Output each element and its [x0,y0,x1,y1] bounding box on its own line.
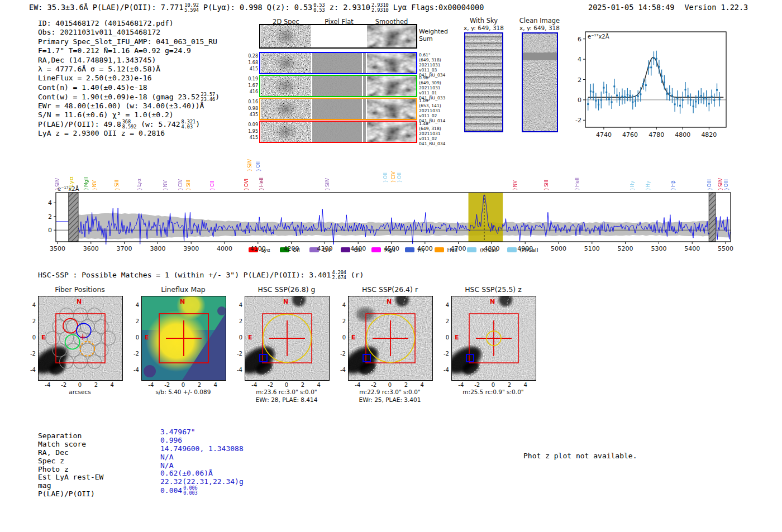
emission-line-label: SiII{ [115,180,120,191]
2d-spec-smudge [261,122,311,142]
legend-label: CIII [354,247,362,253]
svg-text:4780: 4780 [649,131,664,138]
match-label: Spec z [38,457,103,465]
cutout-caption: arcsecs [38,389,122,395]
cutout-ytick: 2 [129,318,139,324]
match-label: Photo z [38,465,103,473]
line-label-brace: { [259,188,264,191]
scale-value: 0.28 [245,53,258,60]
stacked-fraction: 10.925.594 [183,3,199,13]
annotation-line: 20211031 [419,131,452,136]
line-label-brace: { [575,188,580,191]
cutout-ytick: 0 [232,334,242,341]
emission-line-label: OII{ [256,161,261,172]
text-segment: LyA z = 2.9300 OII z = 0.2816 [38,129,165,137]
annotation-line: (649, 318) [419,126,452,131]
cutout-xtick: 2 [504,382,515,388]
cutout-xtick: 0 [74,382,85,388]
legend-label: Lyα [261,247,270,253]
cutout-canvas [349,296,432,380]
annotation-line: 20211031 [419,63,452,68]
smoothed-smudge [367,76,416,96]
line-label-brace: { [186,188,191,191]
cutout-canvas [452,296,536,380]
legend-swatch [249,247,258,252]
legend-label: MgII [384,247,395,253]
legend-swatch [371,247,381,252]
legend-swatch [405,247,414,252]
annotation-line: 1.48" [419,121,452,126]
info-line: EWr = 48.00(±16.00) (w: 34.00(±3.40))Å [38,102,220,111]
info-line: RA,Dec (14.748891,1.343745) [38,56,220,65]
compass-north: N [283,298,288,305]
with-sky-image [464,32,503,132]
line-label-text: Hβ [671,180,676,187]
match-value: 3.47967" [160,428,244,436]
text-segment: Cont(w) = 1.90(±0.09)e-18 (gmag 23.52 [38,93,200,101]
line-label-text: MgII [84,177,89,187]
emission-line-label: Lyα{ [68,176,74,191]
smoothed-smudge [367,53,416,73]
line-label-brace: { [724,188,729,191]
2d-spec-cell [261,25,311,47]
line-label-text: SiII [544,180,549,187]
annotation-line: v011_03 [419,68,452,73]
line-label-text: SiII [115,180,120,187]
cutout-ytick: 4 [439,302,449,308]
cutout-caption2: EWr: 28, PLAE: 8.414 [240,396,333,403]
cutout-xtick: 2 [400,382,412,388]
cutout-ytick: 2 [232,318,242,324]
emission-line-label: OII{ [383,172,388,184]
svg-text:4800: 4800 [675,131,690,138]
cutout-ytick: 0 [336,334,346,341]
line-label-text: HeII [259,178,264,187]
legend-item: OII [280,247,300,253]
annotation-line: v011_01 [419,90,452,95]
compass-east: E [248,334,252,341]
cutout-image-hsc [245,296,330,381]
scale-value: 0.16 [245,99,258,106]
emission-line-label: Hγ{ [630,181,635,191]
line-label-text: SiIV [325,178,330,187]
cutout-xtick: 4 [417,382,428,388]
text-segment: λ = 4777.6Å σ = 5.12(±0.58)Å [38,65,160,73]
text-segment: ) [215,93,220,101]
cutout-xtick: -2 [368,382,379,388]
info-line: Cont(w) = 1.90(±0.09)e-18 (gmag 23.5223.… [38,92,220,101]
svg-text:e⁻¹⁷x2Å: e⁻¹⁷x2Å [58,185,79,192]
line-label-text: Lyα [137,179,142,187]
cutout-ytick: 2 [439,318,449,324]
info-line: Cont(n) = 1.40(±0.45)e-18 [38,83,220,92]
emission-line-label: SiIV{ [718,178,723,191]
svg-text:e⁻¹⁷x2Å: e⁻¹⁷x2Å [588,33,609,40]
scale-value: 415 [245,66,258,73]
line-label-text: NV [163,180,168,187]
line-label-text: OIII [707,179,712,187]
line-label-text: OII [397,172,402,179]
emission-line-label: CII{ [210,181,215,191]
emission-line-label: Lyα{ [137,179,142,191]
match-value: 0.0040.0060.003 [160,486,244,494]
annotation-line: 041_RU_034 [419,141,452,146]
annotation-line: 1.09" [419,98,452,103]
line-label-text: SiIV [55,178,60,187]
noise-texture [312,122,366,142]
match-label: mag [38,481,103,490]
scale-value: 0.19 [245,76,258,83]
2d-spec-cell [261,122,311,142]
line-label-text: NV [513,180,518,187]
text-segment: (r) [346,271,364,279]
clean-image [522,32,558,132]
cutout-ytick: 4 [336,302,346,308]
line-label-text: OIII [724,179,729,187]
compass-north: N [180,298,185,305]
line-label-brace: { [670,188,675,191]
info-line: S/N = 11.6(±0.6) χ² = 1.0(±0.2) [38,111,220,119]
compass-east: E [455,334,459,341]
match-label: P(LAE)/P(OII) [38,490,103,498]
match-label: Est LyA rest-EW [38,473,103,481]
noise-texture [523,33,557,131]
cutout-xtick: 4 [313,382,325,388]
line-label-brace: { [55,188,60,191]
annotation-line: (649, 318) [419,57,452,63]
